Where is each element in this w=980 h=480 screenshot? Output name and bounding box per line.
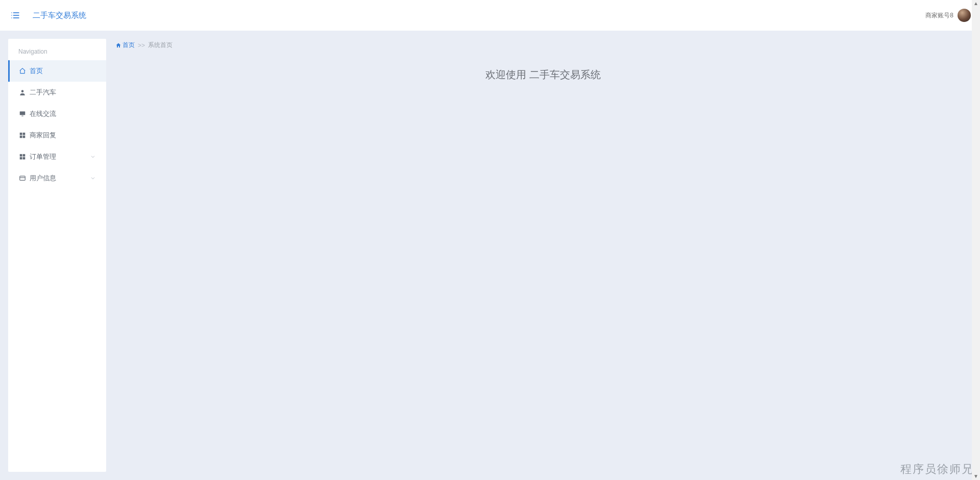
person-icon — [18, 88, 27, 97]
svg-rect-9 — [20, 133, 22, 135]
sidebar-item-used-cars[interactable]: 二手汽车 — [8, 82, 106, 103]
svg-rect-8 — [21, 116, 23, 116]
card-icon — [18, 174, 27, 182]
breadcrumb-current: 系统首页 — [148, 41, 173, 50]
breadcrumb-home-link[interactable]: 首页 — [115, 41, 135, 50]
sidebar-item-label: 首页 — [30, 66, 43, 76]
user-menu[interactable]: 商家账号8 — [925, 9, 971, 22]
grid-icon — [18, 131, 27, 139]
chevron-down-icon — [90, 154, 96, 160]
sidebar-item-label: 商家回复 — [30, 131, 56, 140]
monitor-icon — [18, 110, 27, 118]
sidebar-item-home[interactable]: 首页 — [8, 60, 106, 82]
header: 二手车交易系统 商家账号8 — [0, 0, 980, 31]
grid-icon — [18, 153, 27, 161]
scrollbar[interactable]: ▲ ▼ — [972, 0, 980, 480]
svg-rect-14 — [23, 154, 26, 157]
sidebar-item-online-chat[interactable]: 在线交流 — [8, 103, 106, 125]
chevron-down-icon — [90, 175, 96, 181]
user-name: 商家账号8 — [925, 11, 953, 20]
svg-rect-11 — [20, 136, 22, 138]
sidebar-item-orders[interactable]: 订单管理 — [8, 146, 106, 167]
svg-point-6 — [21, 90, 24, 92]
sidebar-item-user-info[interactable]: 用户信息 — [8, 167, 106, 189]
scroll-up-icon[interactable]: ▲ — [973, 1, 978, 6]
svg-rect-10 — [23, 133, 26, 135]
scroll-down-icon[interactable]: ▼ — [973, 474, 978, 479]
svg-rect-13 — [20, 154, 22, 157]
avatar — [958, 9, 971, 22]
menu-toggle-icon[interactable] — [9, 9, 21, 21]
svg-rect-12 — [23, 136, 26, 138]
app-title: 二手车交易系统 — [33, 11, 86, 20]
sidebar-item-label: 二手汽车 — [30, 88, 56, 97]
svg-rect-15 — [20, 157, 22, 160]
svg-point-5 — [11, 17, 12, 18]
content-area: 首页 >> 系统首页 欢迎使用 二手车交易系统 — [114, 39, 972, 472]
svg-rect-16 — [23, 157, 26, 160]
home-icon — [115, 42, 121, 49]
sidebar-heading: Navigation — [8, 48, 106, 60]
sidebar: Navigation 首页 二手汽车 在线交流 商家回复 — [8, 39, 106, 472]
breadcrumb: 首页 >> 系统首页 — [114, 39, 972, 57]
welcome-heading: 欢迎使用 二手车交易系统 — [114, 57, 972, 82]
sidebar-item-label: 订单管理 — [30, 152, 56, 161]
sidebar-item-merchant-reply[interactable]: 商家回复 — [8, 125, 106, 146]
svg-point-3 — [11, 12, 12, 13]
svg-rect-7 — [20, 111, 26, 115]
svg-rect-17 — [20, 176, 26, 180]
home-icon — [18, 67, 27, 75]
sidebar-item-label: 在线交流 — [30, 109, 56, 118]
sidebar-item-label: 用户信息 — [30, 174, 56, 183]
svg-point-4 — [11, 15, 12, 16]
breadcrumb-home-label: 首页 — [122, 41, 135, 50]
breadcrumb-separator: >> — [138, 42, 145, 49]
